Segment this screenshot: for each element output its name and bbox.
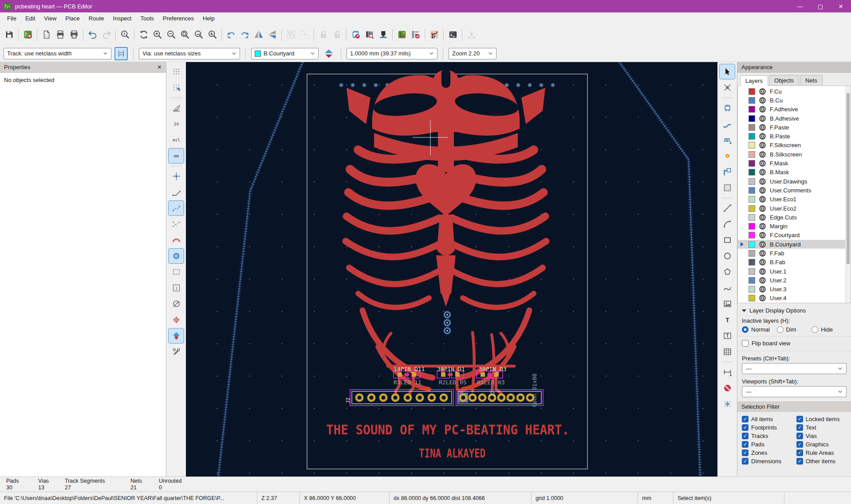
menu-view[interactable]: View (39, 14, 61, 23)
layer-color-swatch[interactable] (749, 232, 755, 238)
layer-visibility-eye-icon[interactable] (759, 195, 766, 203)
origin-grid-button[interactable] (720, 397, 735, 411)
layer-row-b.adhesive[interactable]: B.Adhesive (738, 114, 845, 123)
layer-row-user.4[interactable]: User.4 (738, 294, 845, 303)
close-icon[interactable]: ✕ (157, 64, 162, 70)
draw-line-button[interactable] (720, 201, 735, 215)
zoom-selection-button[interactable] (205, 28, 219, 42)
track-clearance-button[interactable] (169, 233, 184, 247)
track-width-select[interactable]: Track: use netclass width (4, 48, 111, 59)
layer-visibility-eye-icon[interactable] (759, 258, 766, 266)
layer-color-swatch[interactable] (749, 277, 755, 284)
zoom-objects-button[interactable] (192, 28, 205, 42)
layer-color-swatch[interactable] (749, 124, 755, 131)
pcb-canvas[interactable]: 30PIN_D11 30PIN_D1 30PIN_D3 R3LED_11 R2L… (186, 62, 717, 477)
highlight-x-button[interactable] (720, 80, 735, 95)
filter-rule-areas[interactable]: ✓Rule Areas (796, 449, 847, 456)
layer-row-f.fab[interactable]: F.Fab (738, 249, 845, 258)
flip-board-checkbox[interactable] (742, 340, 749, 347)
layer-color-swatch[interactable] (749, 205, 755, 212)
rule-area-button[interactable] (720, 180, 735, 195)
tune-length-button[interactable] (720, 133, 735, 147)
layer-pair-icon[interactable] (322, 47, 335, 60)
layer-color-swatch[interactable] (749, 178, 755, 185)
layer-color-swatch[interactable] (749, 133, 755, 140)
viewports-select[interactable]: --- (742, 386, 847, 397)
layer-visibility-eye-icon[interactable] (759, 223, 766, 230)
layer-color-swatch[interactable] (749, 115, 755, 122)
units-in-button[interactable]: in (169, 117, 184, 131)
layer-visibility-eye-icon[interactable] (759, 133, 766, 140)
route-track-button[interactable] (720, 117, 735, 131)
update-pcb-button[interactable] (395, 28, 409, 42)
add-zone-button[interactable] (720, 164, 735, 179)
presets-select[interactable]: --- (742, 363, 847, 374)
plot-button[interactable] (67, 28, 81, 42)
filter-other-items[interactable]: ✓Other items (796, 458, 847, 465)
layer-row-f.paste[interactable]: F.Paste (738, 123, 845, 132)
tab-nets[interactable]: Nets (800, 75, 823, 86)
layer-row-b.cu[interactable]: B.Cu (738, 96, 845, 105)
3d-viewer-button[interactable] (376, 28, 390, 42)
layer-color-swatch[interactable] (749, 214, 755, 221)
layer-color-swatch[interactable] (749, 223, 755, 230)
filter-graphics[interactable]: ✓Graphics (796, 441, 847, 448)
layer-visibility-eye-icon[interactable] (759, 168, 766, 176)
units-mm-button[interactable]: mm (169, 148, 184, 163)
add-dimension-button[interactable] (720, 365, 735, 379)
layer-row-user.2[interactable]: User.2 (738, 276, 845, 285)
layer-color-swatch[interactable] (749, 259, 755, 266)
draw-arc-button[interactable] (720, 217, 735, 231)
layer-row-user.1[interactable]: User.1 (738, 267, 845, 276)
select-arrow-button[interactable] (720, 64, 735, 79)
layer-row-b.paste[interactable]: B.Paste (738, 132, 845, 141)
menu-place[interactable]: Place (61, 14, 84, 23)
add-via-button[interactable] (720, 148, 735, 163)
filter-vias[interactable]: ✓Vias (796, 433, 847, 439)
layer-visibility-eye-icon[interactable] (759, 241, 766, 248)
drc-button[interactable] (409, 28, 422, 42)
layer-color-swatch[interactable] (749, 241, 755, 248)
polar-coords-button[interactable] (169, 101, 184, 115)
add-text-button[interactable]: T (720, 313, 735, 327)
menu-edit[interactable]: Edit (21, 14, 39, 23)
layer-visibility-eye-icon[interactable] (759, 97, 766, 104)
layer-color-swatch[interactable] (749, 169, 755, 176)
layer-visibility-eye-icon[interactable] (759, 115, 766, 122)
layer-color-swatch[interactable] (749, 286, 755, 293)
menu-help[interactable]: Help (198, 14, 219, 23)
layer-row-b.mask[interactable]: B.Mask (738, 168, 845, 177)
layer-row-user.3[interactable]: User.3 (738, 285, 845, 294)
display-45-button[interactable] (169, 185, 184, 199)
flip-horizontal-button[interactable] (252, 28, 265, 42)
layer-color-swatch[interactable] (749, 106, 755, 113)
pad-cross-button[interactable] (169, 313, 184, 327)
zoom-page-button[interactable] (178, 28, 192, 42)
layer-color-swatch[interactable] (749, 250, 755, 257)
zoom-select[interactable]: Zoom 2.20 (449, 48, 496, 59)
footprint-browser-button[interactable] (362, 28, 376, 42)
layer-row-f.mask[interactable]: F.Mask (738, 159, 845, 168)
layer-row-b.courtyard[interactable]: B.Courtyard (738, 240, 845, 249)
layer-color-swatch[interactable] (749, 196, 755, 203)
layer-visibility-eye-icon[interactable] (759, 231, 766, 239)
draw-bezier-button[interactable] (720, 281, 735, 295)
filter-dimensions[interactable]: ✓Dimensions (742, 458, 795, 465)
layer-visibility-eye-icon[interactable] (759, 124, 766, 131)
add-image-button[interactable] (720, 297, 735, 311)
layer-row-user.comments[interactable]: User.Comments (738, 186, 845, 195)
layer-row-f.adhesive[interactable]: F.Adhesive (738, 105, 845, 114)
ratsnest-curved-button[interactable] (169, 201, 184, 215)
layer-row-edge.cuts[interactable]: Edge.Cuts (738, 213, 845, 222)
undo-button[interactable] (86, 28, 99, 42)
maximize-button[interactable]: ▢ (810, 0, 831, 12)
tools-options-button[interactable] (169, 344, 184, 359)
layer-row-b.fab[interactable]: B.Fab (738, 258, 845, 267)
tab-objects[interactable]: Objects (769, 75, 799, 86)
crosshair-cursor-button[interactable] (169, 169, 184, 184)
flip-vertical-button[interactable] (265, 28, 279, 42)
layer-row-user.drawings[interactable]: User.Drawings (738, 177, 845, 186)
layer-visibility-eye-icon[interactable] (759, 151, 766, 158)
footprint-editor-button[interactable] (349, 28, 362, 42)
show-grid-button[interactable] (169, 64, 184, 79)
